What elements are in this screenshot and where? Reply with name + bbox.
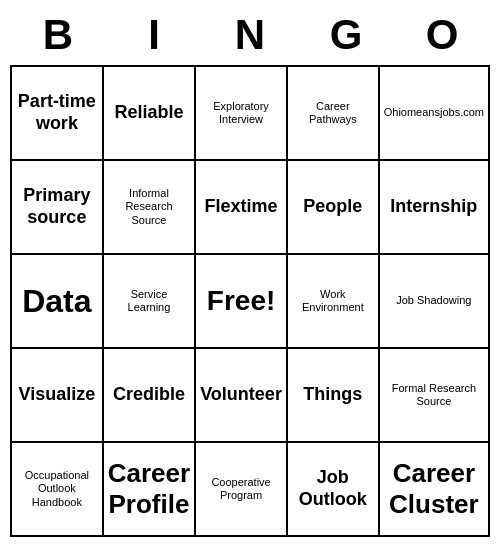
bingo-cell-7: Flextime [196, 161, 288, 255]
bingo-cell-21: Career Profile [104, 443, 196, 537]
bingo-cell-18: Things [288, 349, 380, 443]
bingo-cell-13: Work Environment [288, 255, 380, 349]
bingo-cell-14: Job Shadowing [380, 255, 490, 349]
bingo-letter-i: I [110, 11, 198, 59]
bingo-cell-19: Formal Research Source [380, 349, 490, 443]
bingo-cell-1: Reliable [104, 67, 196, 161]
bingo-letter-n: N [206, 11, 294, 59]
bingo-cell-15: Visualize [12, 349, 104, 443]
bingo-cell-16: Credible [104, 349, 196, 443]
bingo-cell-11: Service Learning [104, 255, 196, 349]
bingo-letter-b: B [14, 11, 102, 59]
bingo-card: BINGO Part-time workReliableExploratory … [10, 7, 490, 537]
bingo-cell-2: Exploratory Interview [196, 67, 288, 161]
bingo-cell-24: Career Cluster [380, 443, 490, 537]
bingo-cell-20: Occupational Outlook Handbook [12, 443, 104, 537]
bingo-cell-6: Informal Research Source [104, 161, 196, 255]
bingo-cell-17: Volunteer [196, 349, 288, 443]
bingo-cell-3: Career Pathways [288, 67, 380, 161]
bingo-letter-g: G [302, 11, 390, 59]
bingo-cell-9: Internship [380, 161, 490, 255]
bingo-header: BINGO [10, 7, 490, 63]
bingo-cell-10: Data [12, 255, 104, 349]
bingo-cell-4: Ohiomeansjobs.com [380, 67, 490, 161]
bingo-cell-12: Free! [196, 255, 288, 349]
bingo-cell-22: Cooperative Program [196, 443, 288, 537]
bingo-cell-5: Primary source [12, 161, 104, 255]
bingo-grid: Part-time workReliableExploratory Interv… [10, 65, 490, 537]
bingo-cell-8: People [288, 161, 380, 255]
bingo-cell-23: Job Outlook [288, 443, 380, 537]
bingo-letter-o: O [398, 11, 486, 59]
bingo-cell-0: Part-time work [12, 67, 104, 161]
